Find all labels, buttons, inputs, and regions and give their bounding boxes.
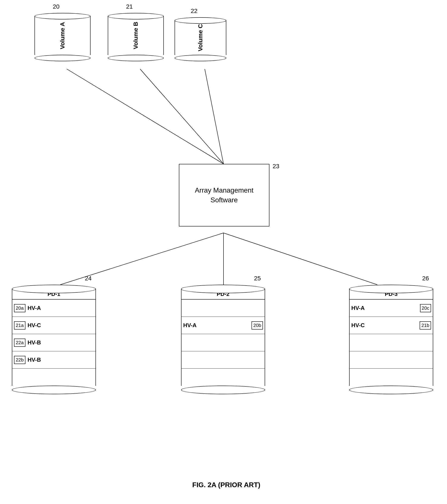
pd-1-section-1: 20a HV-A xyxy=(12,300,95,317)
pd-1-bottom xyxy=(12,386,96,394)
pd-3-section-4-empty xyxy=(350,351,433,369)
pd-2-section-2: HV-A 20b xyxy=(181,317,265,334)
diagram: 20 Volume A 21 Volume B 22 Volume C xyxy=(0,0,447,504)
cylinder-top-b xyxy=(108,13,164,19)
figure-caption: FIG. 2A (PRIOR ART) xyxy=(129,481,323,489)
svg-line-0 xyxy=(67,69,224,164)
pd-2: 25 PD-2 HV-A 20b xyxy=(181,285,265,394)
ams-text: Array Management Software xyxy=(195,185,254,205)
pd-3-bottom-space xyxy=(350,369,433,386)
volume-b-label: Volume B xyxy=(132,22,139,49)
volume-b: 21 Volume B xyxy=(106,13,166,61)
pd-1-section-3: 22a HV-B xyxy=(12,334,95,351)
volume-c: 22 Volume C xyxy=(172,17,228,61)
cylinder-middle-a: Volume A xyxy=(34,16,90,55)
pd-3-body: PD-3 HV-A 20c HV-C 21b xyxy=(349,289,433,386)
svg-line-2 xyxy=(205,69,224,164)
pd-2-bottom xyxy=(181,386,265,394)
pd-2-section-3-empty xyxy=(181,334,265,351)
svg-line-5 xyxy=(224,233,377,285)
pd-1-top xyxy=(12,285,96,293)
pd-3-bottom xyxy=(349,386,433,394)
volume-c-label: Volume C xyxy=(197,24,204,51)
pd-2-section-1-empty xyxy=(181,300,265,317)
ref-20: 20 xyxy=(53,3,59,10)
volume-a: 20 Volume A xyxy=(32,13,93,61)
pd-1-section-2: 21a HV-C xyxy=(12,317,95,334)
cylinder-bottom-b xyxy=(108,55,164,61)
cylinder-middle-b: Volume B xyxy=(108,16,164,55)
ref-21: 21 xyxy=(126,3,133,10)
pd-1-empty xyxy=(12,369,95,386)
ams-box: Array Management Software xyxy=(179,164,269,226)
cylinder-top-c xyxy=(174,17,226,24)
pd-3: 26 PD-3 HV-A 20c HV-C 21b xyxy=(349,285,433,394)
ref-23: 23 xyxy=(273,163,279,170)
ref-26: 26 xyxy=(422,275,429,282)
connector-lines xyxy=(0,0,447,504)
cylinder-middle-c: Volume C xyxy=(174,20,226,55)
pd-1: 24 PD-1 20a HV-A 21a HV-C 22a HV-B 22b H… xyxy=(12,285,96,394)
ref-22: 22 xyxy=(191,8,197,15)
pd-2-bottom-space xyxy=(181,369,265,386)
pd-2-body: PD-2 HV-A 20b xyxy=(181,289,265,386)
ref-25: 25 xyxy=(254,275,261,282)
ref-24: 24 xyxy=(85,275,92,282)
cylinder-bottom-a xyxy=(34,55,90,61)
pd-3-section-3-empty xyxy=(350,334,433,351)
pd-1-body: PD-1 20a HV-A 21a HV-C 22a HV-B 22b HV-B xyxy=(12,289,96,386)
pd-3-top xyxy=(349,285,433,293)
cylinder-top-a xyxy=(34,13,90,19)
pd-1-section-4: 22b HV-B xyxy=(12,351,95,369)
cylinder-bottom-c xyxy=(174,55,226,61)
pd-2-top xyxy=(181,285,265,293)
pd-3-section-1: HV-A 20c xyxy=(350,300,433,317)
volume-a-label: Volume A xyxy=(59,22,66,49)
svg-line-1 xyxy=(140,69,224,164)
pd-3-section-2: HV-C 21b xyxy=(350,317,433,334)
pd-2-section-4-empty xyxy=(181,351,265,369)
